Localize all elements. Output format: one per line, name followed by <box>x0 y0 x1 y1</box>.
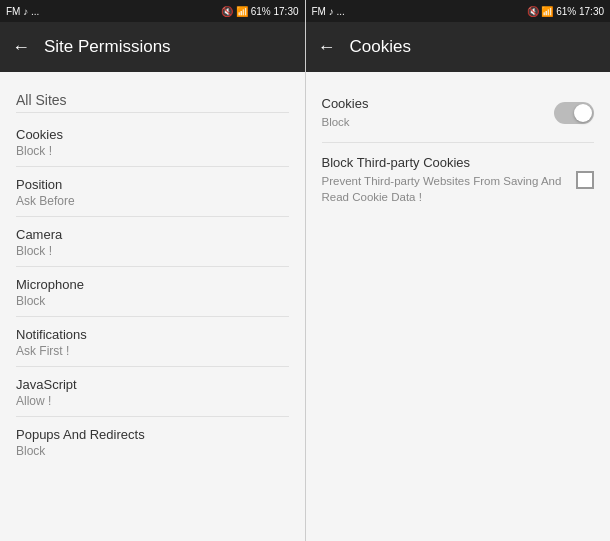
permission-value: Block <box>16 444 289 458</box>
permission-item[interactable]: Popups And Redirects Block <box>16 417 289 466</box>
left-panel-title: Site Permissions <box>44 37 171 57</box>
permission-item[interactable]: JavaScript Allow ! <box>16 367 289 417</box>
permission-label: Microphone <box>16 277 289 292</box>
permission-item[interactable]: Notifications Ask First ! <box>16 317 289 367</box>
third-party-checkbox[interactable] <box>576 171 594 189</box>
left-back-button[interactable]: ← <box>12 37 30 58</box>
permission-value: Ask Before <box>16 194 289 208</box>
setting-text: Block Third-party Cookies Prevent Third-… <box>322 155 567 205</box>
permission-label: Position <box>16 177 289 192</box>
right-header: ← Cookies <box>306 22 611 72</box>
toggle-knob <box>574 104 592 122</box>
permission-item[interactable]: Camera Block ! <box>16 217 289 267</box>
permission-label: JavaScript <box>16 377 289 392</box>
left-status-left: FM ♪ ... <box>6 6 39 17</box>
permission-label: Camera <box>16 227 289 242</box>
cookies-settings-list: Cookies Block Block Third-party Cookies … <box>322 84 595 217</box>
permission-item[interactable]: Cookies Block ! <box>16 117 289 167</box>
cookies-setting-item-0[interactable]: Cookies Block <box>322 84 595 143</box>
permission-item[interactable]: Microphone Block <box>16 267 289 317</box>
right-status-right: 🔇 📶 61% 17:30 <box>527 6 604 17</box>
permission-value: Ask First ! <box>16 344 289 358</box>
right-back-button[interactable]: ← <box>318 37 336 58</box>
setting-text: Cookies Block <box>322 96 545 130</box>
permission-value: Allow ! <box>16 394 289 408</box>
permission-label: Cookies <box>16 127 289 142</box>
right-panel-title: Cookies <box>350 37 411 57</box>
cookies-toggle[interactable] <box>554 102 594 124</box>
left-panel-content: All Sites Cookies Block ! Position Ask B… <box>0 72 305 541</box>
right-status-left: FM ♪ ... <box>312 6 345 17</box>
setting-label: Block Third-party Cookies <box>322 155 567 170</box>
cookies-setting-item-1[interactable]: Block Third-party Cookies Prevent Third-… <box>322 143 595 217</box>
left-header: ← Site Permissions <box>0 22 305 72</box>
permission-item[interactable]: Position Ask Before <box>16 167 289 217</box>
left-status-right: 🔇 📶 61% 17:30 <box>221 6 298 17</box>
all-sites-label: All Sites <box>16 84 289 113</box>
setting-label: Cookies <box>322 96 545 111</box>
right-panel-content: Cookies Block Block Third-party Cookies … <box>306 72 611 541</box>
setting-sublabel: Prevent Third-party Websites From Saving… <box>322 173 567 205</box>
permission-label: Popups And Redirects <box>16 427 289 442</box>
left-panel: FM ♪ ... 🔇 📶 61% 17:30 ← Site Permission… <box>0 0 306 541</box>
right-status-bar: FM ♪ ... 🔇 📶 61% 17:30 <box>306 0 611 22</box>
permission-value: Block <box>16 294 289 308</box>
permissions-list: Cookies Block ! Position Ask Before Came… <box>16 117 289 466</box>
permission-value: Block ! <box>16 144 289 158</box>
right-panel: FM ♪ ... 🔇 📶 61% 17:30 ← Cookies Cookies… <box>306 0 611 541</box>
left-status-bar: FM ♪ ... 🔇 📶 61% 17:30 <box>0 0 305 22</box>
permission-label: Notifications <box>16 327 289 342</box>
setting-sublabel: Block <box>322 114 545 130</box>
permission-value: Block ! <box>16 244 289 258</box>
